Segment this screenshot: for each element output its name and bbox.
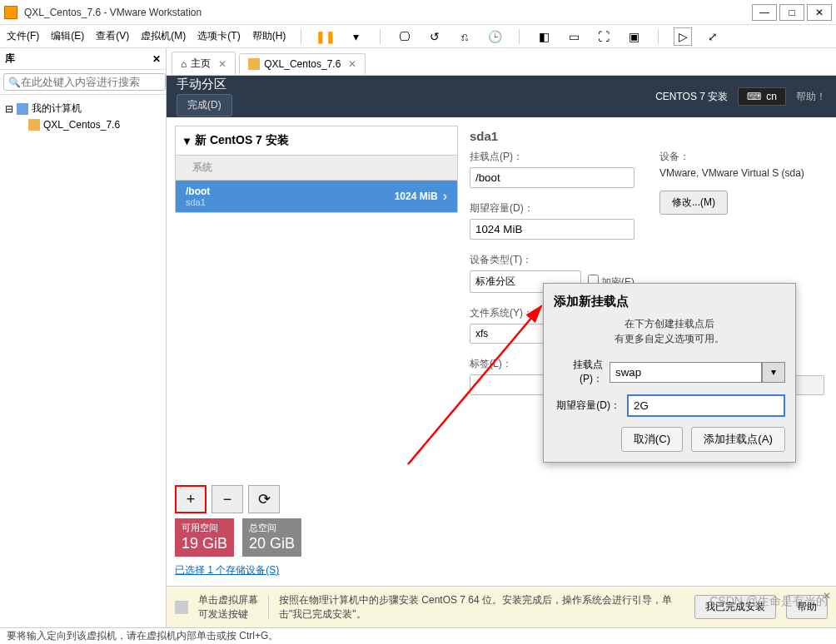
tab-home-close-icon[interactable]: ✕ — [218, 58, 226, 70]
search-input[interactable] — [3, 73, 166, 91]
add-partition-button[interactable]: + — [175, 485, 207, 513]
device-value: VMware, VMware Virtual S (sda) — [659, 167, 824, 179]
help-link[interactable]: 帮助！ — [796, 90, 826, 104]
chevron-down-icon: ▾ — [184, 134, 190, 147]
partition-left-panel: ▾ 新 CentOS 7 安装 系统 /boot sda1 1024 MiB ›… — [175, 126, 458, 577]
sda-title: sda1 — [470, 129, 824, 143]
status-text: 要将输入定向到该虚拟机，请在虚拟机内部单击或按 Ctrl+G。 — [7, 629, 278, 643]
tab-home-label: 主页 — [191, 57, 211, 71]
tab-vm[interactable]: QXL_Centos_7.6 ✕ — [239, 53, 366, 74]
tab-vm-close-icon[interactable]: ✕ — [348, 58, 356, 70]
revert-icon[interactable]: ↺ — [425, 27, 444, 46]
tree-child[interactable]: QXL_Centos_7.6 — [28, 117, 161, 132]
menu-tabs[interactable]: 选项卡(T) — [197, 29, 240, 43]
sidebar-title: 库 — [5, 52, 152, 66]
menu-view[interactable]: 查看(V) — [96, 29, 129, 43]
tree-root-label: 我的计算机 — [32, 102, 82, 116]
total-space: 总空间 20 GiB — [242, 518, 301, 557]
keyboard-icon: ⌨ — [747, 91, 761, 102]
clock-icon[interactable]: 🕒 — [485, 27, 504, 46]
fs-select[interactable]: xfs — [470, 324, 550, 344]
boot-name: /boot — [186, 186, 210, 197]
hint-click: 单击虚拟屏幕 可发送按键 — [198, 593, 258, 622]
minimize-button[interactable]: — — [752, 4, 777, 21]
collapse-icon[interactable]: ⊟ — [5, 103, 13, 115]
menu-edit[interactable]: 编辑(E) — [51, 29, 84, 43]
dialog-desc2: 有更多自定义选项可用。 — [554, 331, 785, 346]
install-heading-label: 新 CentOS 7 安装 — [195, 133, 289, 148]
main-area: ⌂ 主页 ✕ QXL_Centos_7.6 ✕ 手动分区 完成(D) CENTO… — [167, 48, 836, 627]
installer-brand: CENTOS 7 安装 — [655, 90, 728, 104]
device-label: 设备： — [659, 150, 824, 164]
cap-input[interactable] — [470, 219, 634, 240]
cap-label: 期望容量(D)： — [470, 201, 634, 215]
dialog-title: 添加新挂载点 — [554, 294, 785, 310]
dialog-mount-label: 挂载点(P)： — [554, 358, 603, 386]
view3-icon[interactable]: ⛶ — [595, 27, 613, 46]
snapshot-icon[interactable]: 🖵 — [396, 27, 414, 46]
installer-header: 手动分区 完成(D) CENTOS 7 安装 ⌨ cn 帮助！ — [167, 76, 836, 117]
view2-icon[interactable]: ▭ — [565, 27, 583, 46]
fullscreen-icon[interactable]: ⤢ — [704, 27, 722, 46]
tree-child-label: QXL_Centos_7.6 — [43, 119, 120, 131]
partition-item-boot[interactable]: /boot sda1 1024 MiB › — [175, 180, 458, 213]
window-title: QXL_Centos_7.6 - VMware Workstation — [24, 7, 749, 18]
tab-vm-label: QXL_Centos_7.6 — [264, 58, 341, 70]
done-button[interactable]: 完成(D) — [177, 94, 232, 116]
avail-label: 可用空间 — [182, 522, 227, 533]
view4-icon[interactable]: ▣ — [625, 27, 643, 46]
dialog-mount-input[interactable] — [610, 362, 762, 383]
devtype-label: 设备类型(T)： — [470, 253, 634, 267]
menu-vm[interactable]: 虚拟机(M) — [141, 29, 186, 43]
home-icon: ⌂ — [181, 58, 187, 70]
available-space: 可用空间 19 GiB — [175, 518, 234, 557]
sidebar-close-icon[interactable]: ✕ — [152, 53, 161, 65]
remove-partition-button[interactable]: − — [211, 485, 243, 513]
system-subhead: 系统 — [175, 156, 458, 180]
mount-label: 挂载点(P)： — [470, 150, 634, 164]
window-titlebar: QXL_Centos_7.6 - VMware Workstation — □ … — [0, 0, 836, 25]
menu-file[interactable]: 文件(F) — [7, 29, 39, 43]
manage-snapshot-icon[interactable]: ⎌ — [455, 27, 474, 46]
modify-button[interactable]: 修改...(M) — [659, 191, 728, 215]
dialog-add-button[interactable]: 添加挂载点(A) — [691, 427, 785, 452]
avail-value: 19 GiB — [182, 534, 227, 553]
add-mount-dialog: 添加新挂载点 在下方创建挂载点后 有更多自定义选项可用。 挂载点(P)： ▾ 期… — [543, 283, 796, 463]
menu-help[interactable]: 帮助(H) — [252, 29, 286, 43]
tab-home[interactable]: ⌂ 主页 ✕ — [172, 52, 236, 75]
pause-icon[interactable]: ❚❚ — [316, 27, 335, 46]
dialog-cancel-button[interactable]: 取消(C) — [621, 427, 684, 452]
storage-link[interactable]: 已选择 1 个存储设备(S) — [175, 563, 458, 577]
status-bar: 要将输入定向到该虚拟机，请在虚拟机内部单击或按 Ctrl+G。 — [0, 627, 836, 644]
vm-tab-icon — [248, 58, 260, 70]
sidebar: 库 ✕ 🔍 ▼ ⊟ 我的计算机 QXL_Centos_7.6 — [0, 48, 167, 627]
app-icon — [4, 6, 17, 19]
reload-button[interactable]: ⟳ — [248, 485, 280, 513]
keyboard-label: cn — [766, 91, 777, 102]
vm-icon — [28, 119, 40, 131]
total-label: 总空间 — [249, 522, 295, 533]
hint-icon — [175, 601, 188, 614]
toolbar-dropdown-icon[interactable]: ▾ — [346, 27, 365, 46]
close-button[interactable]: ✕ — [807, 4, 832, 21]
menu-bar: 文件(F) 编辑(E) 查看(V) 虚拟机(M) 选项卡(T) 帮助(H) ❚❚… — [0, 25, 836, 48]
dialog-desc1: 在下方创建挂载点后 — [554, 316, 785, 331]
chevron-right-icon: › — [443, 189, 447, 204]
tree-root[interactable]: ⊟ 我的计算机 — [5, 100, 161, 117]
keyboard-indicator[interactable]: ⌨ cn — [738, 87, 786, 106]
boot-device: sda1 — [186, 197, 395, 207]
maximize-button[interactable]: □ — [779, 4, 804, 21]
total-value: 20 GiB — [249, 534, 295, 553]
dialog-size-label: 期望容量(D)： — [554, 399, 620, 413]
view1-icon[interactable]: ◧ — [535, 27, 553, 46]
search-icon: 🔍 — [8, 77, 21, 88]
dialog-size-input[interactable] — [627, 394, 785, 417]
dialog-mount-dropdown-icon[interactable]: ▾ — [762, 362, 785, 383]
boot-size: 1024 MiB — [395, 191, 438, 202]
install-heading[interactable]: ▾ 新 CentOS 7 安装 — [175, 126, 458, 156]
console-icon[interactable]: ▷ — [674, 27, 692, 46]
installer-title: 手动分区 — [177, 77, 232, 92]
hint-text: 按照在物理计算机中的步骤安装 CentOS 7 64 位。安装完成后，操作系统会… — [279, 593, 684, 622]
watermark: CSDN @生命是有光的 — [709, 594, 828, 609]
mount-input[interactable] — [470, 167, 634, 188]
